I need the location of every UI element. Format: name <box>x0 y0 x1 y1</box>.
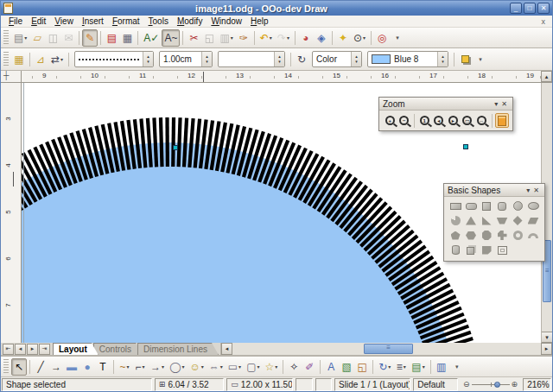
line-button[interactable]: ╱ <box>33 358 48 376</box>
ellipse-shape-button[interactable] <box>525 199 541 213</box>
rectangle-button[interactable]: ▬ <box>64 358 79 376</box>
menu-window[interactable]: Window <box>207 16 246 26</box>
edit-file-button[interactable]: ✎ <box>82 29 98 47</box>
spinner-icon[interactable]: ▴▾ <box>201 52 212 66</box>
undo-button[interactable]: ↶▾ <box>257 29 275 47</box>
close-document-button[interactable]: x <box>538 17 550 26</box>
cut-button[interactable]: ✂ <box>186 29 201 47</box>
menu-insert[interactable]: Insert <box>78 16 108 26</box>
palette-close-icon[interactable]: ✕ <box>499 100 509 108</box>
open-button[interactable]: ▱ <box>29 29 45 47</box>
scroll-right-button[interactable]: ▸ <box>541 343 552 355</box>
fill-color-select[interactable]: Blue 8 ▴▾ <box>367 51 448 67</box>
toolbar-options-button[interactable]: ▾ <box>473 51 488 68</box>
help-button[interactable]: ◎ <box>374 29 390 47</box>
zoom-slider[interactable]: ⊖ ⊕ <box>461 380 520 389</box>
octagon-shape-button[interactable] <box>479 228 494 243</box>
line-style-select[interactable]: ▴▾ <box>74 51 154 67</box>
export-pdf-button[interactable]: ▤ <box>104 29 119 47</box>
scroll-left-button[interactable]: ◂ <box>221 343 232 355</box>
rectangle-shape-button[interactable] <box>448 199 463 213</box>
scroll-down-button[interactable]: ▾ <box>542 332 552 343</box>
close-button[interactable]: ✕ <box>537 3 550 14</box>
selection-handle[interactable] <box>463 144 468 149</box>
display-grid-button[interactable]: ✦ <box>335 29 351 47</box>
paste-button[interactable]: ▥▾ <box>217 29 235 47</box>
menu-edit[interactable]: Edit <box>27 16 50 26</box>
menu-file[interactable]: File <box>4 16 27 26</box>
block-arc-shape-button[interactable] <box>525 228 541 243</box>
parallelogram-shape-button[interactable] <box>525 213 541 228</box>
zoom-out-button[interactable]: − <box>397 113 412 128</box>
diamond-shape-button[interactable] <box>510 213 525 228</box>
scroll-up-button[interactable]: ▴ <box>541 71 552 82</box>
horizontal-scrollbar[interactable]: ◂ ▸ <box>220 343 552 355</box>
next-page-button[interactable]: ▸ <box>27 344 38 355</box>
email-document-button[interactable]: ✉ <box>60 29 76 47</box>
zoom-previous-button[interactable]: ◂ <box>432 113 447 128</box>
arrange-button[interactable]: ▤▾ <box>409 358 427 376</box>
clone-formatting-button[interactable]: ✑ <box>236 29 251 47</box>
folded-corner-shape-button[interactable] <box>479 243 494 257</box>
toolbar-grip[interactable] <box>3 30 9 44</box>
connector-button[interactable]: ⌐▾ <box>132 358 148 376</box>
circle-shape-button[interactable] <box>510 199 525 213</box>
ellipse-button[interactable]: ● <box>79 358 95 376</box>
spellcheck-button[interactable]: A✓ <box>141 29 162 47</box>
glue-points-button[interactable]: ✐ <box>302 358 317 376</box>
extrusion-button[interactable]: ▥ <box>434 358 449 376</box>
arrow-style-button[interactable]: ⇄ ▾ <box>48 51 66 68</box>
save-button[interactable]: ◫ <box>45 29 60 47</box>
basic-shapes-button[interactable]: ◯▾ <box>167 358 187 376</box>
zoom-palette-titlebar[interactable]: Zoom ▾ ✕ <box>379 98 512 111</box>
flowchart-button[interactable]: ▭▾ <box>226 358 244 376</box>
lines-and-arrows-button[interactable]: →▾ <box>148 358 167 376</box>
zoom-in-icon[interactable]: ⊕ <box>512 380 518 389</box>
zoom-entire-page-button[interactable]: ▭ <box>461 113 475 128</box>
ring-shape-button[interactable] <box>510 228 525 243</box>
edit-points-button[interactable]: ✧ <box>286 358 302 376</box>
trapezoid-shape-button[interactable] <box>494 213 510 228</box>
first-page-button[interactable]: ⇤ <box>3 344 14 355</box>
zoom-page-width-button[interactable]: ↔ <box>474 113 489 128</box>
previous-page-button[interactable]: ◂ <box>15 344 26 355</box>
spinner-icon[interactable]: ▴▾ <box>351 52 361 66</box>
zoom-slider-track[interactable] <box>472 384 510 385</box>
cylinder-shape-button[interactable] <box>448 243 463 257</box>
print-button[interactable]: ▦ <box>119 29 135 47</box>
maximize-button[interactable]: □ <box>524 3 536 14</box>
circle-pie-shape-button[interactable] <box>448 213 463 228</box>
block-arrows-button[interactable]: ⇔▾ <box>207 358 226 376</box>
cube-shape-button[interactable] <box>463 243 479 257</box>
spinner-icon[interactable]: ▴▾ <box>274 52 284 66</box>
line-dialog-button[interactable]: ⊿ <box>33 51 48 68</box>
toolbar-options-button[interactable]: ▾ <box>449 358 465 376</box>
toolbar-options-button[interactable]: ▾ <box>390 29 405 47</box>
auto-spellcheck-button[interactable]: A~ <box>162 29 180 47</box>
styles-button[interactable]: ▦ <box>11 51 27 68</box>
symbol-shapes-button[interactable]: ☺▾ <box>187 358 206 376</box>
redo-button[interactable]: ↷▾ <box>275 29 292 47</box>
zoom-in-button[interactable]: + <box>383 113 397 128</box>
toolbar-grip[interactable] <box>3 359 9 373</box>
page-style[interactable]: Default <box>413 378 458 391</box>
rounded-rectangle-shape-button[interactable] <box>463 199 479 213</box>
text-button[interactable]: T <box>95 358 111 376</box>
select-button[interactable]: ↖ <box>11 358 27 376</box>
square-shape-button[interactable] <box>479 199 494 213</box>
copy-button[interactable]: ◱ <box>201 29 217 47</box>
fontwork-gallery-button[interactable]: A <box>323 358 339 376</box>
rounded-square-shape-button[interactable] <box>494 199 510 213</box>
menu-modify[interactable]: Modify <box>173 16 207 26</box>
arrow-button[interactable]: → <box>48 358 64 376</box>
tab-dimension-lines[interactable]: Dimension Lines <box>137 343 219 355</box>
menu-tools[interactable]: Tools <box>144 16 173 26</box>
area-fill-type-select[interactable]: Color ▴▾ <box>312 51 362 67</box>
palette-menu-icon[interactable]: ▾ <box>524 187 531 194</box>
zoom-100-button[interactable]: 1 <box>417 113 432 128</box>
regular-pentagon-shape-button[interactable] <box>448 228 463 243</box>
rotate-button[interactable]: ↻▾ <box>376 358 393 376</box>
toolbar-grip[interactable] <box>3 52 9 67</box>
menu-help[interactable]: Help <box>246 16 273 26</box>
zoom-percent[interactable]: 216% <box>523 378 551 391</box>
